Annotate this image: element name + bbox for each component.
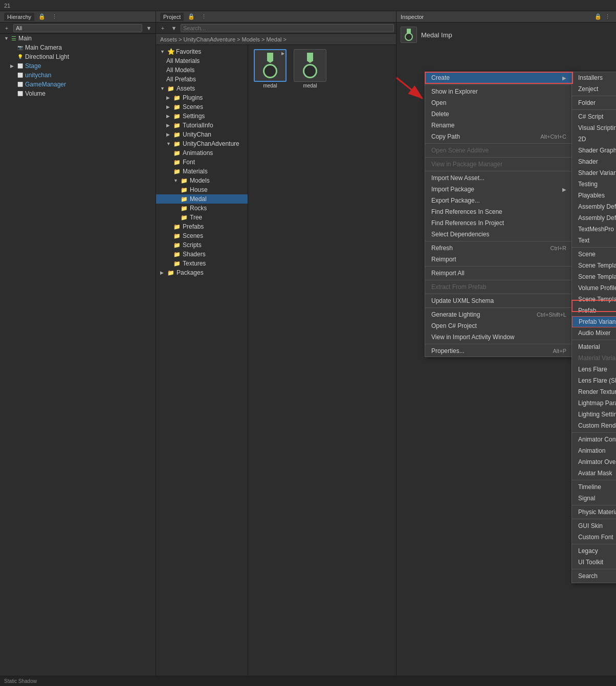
hierarchy-item-main[interactable]: ▼ ☰ Main (0, 34, 156, 43)
sub-item-shader[interactable]: Shader ▶ (572, 156, 616, 167)
hierarchy-tab[interactable]: Hierarchy (4, 13, 34, 21)
sub-sep-6 (572, 480, 616, 480)
ctx-item-open[interactable]: Open (425, 97, 573, 108)
sub-item-brush[interactable]: Brush (572, 582, 616, 583)
sub-item-prefab[interactable]: Prefab (572, 305, 616, 316)
hierarchy-item-maincamera[interactable]: 📷 Main Camera (0, 43, 156, 52)
hierarchy-item-volume[interactable]: ⬜ Volume (0, 89, 156, 98)
ctx-item-generatelighting[interactable]: Generate Lighting Ctrl+Shift+L (425, 309, 573, 320)
hierarchy-panel-header: Hierarchy 🔒 ⋮ (0, 11, 156, 23)
ctx-sep-2 (425, 143, 573, 144)
ctx-item-importpackage[interactable]: Import Package ▶ (425, 184, 573, 195)
ctx-item-properties[interactable]: Properties... Alt+P (425, 345, 573, 357)
ctx-item-delete[interactable]: Delete (425, 108, 573, 120)
main-area: Hierarchy 🔒 ⋮ + ▼ ▼ ☰ Main 📷 (0, 11, 616, 676)
sub-item-audiomixer[interactable]: Audio Mixer (572, 327, 616, 339)
sub-item-customfont[interactable]: Custom Font (572, 532, 616, 543)
sub-item-shadergraph[interactable]: Shader Graph ▶ (572, 145, 616, 156)
sub-item-volumeprofile[interactable]: Volume Profile (572, 282, 616, 294)
sub-item-playables[interactable]: Playables ▶ (572, 190, 616, 201)
sub-item-avatarmask[interactable]: Avatar Mask (572, 468, 616, 479)
hierarchy-search-input[interactable] (13, 24, 142, 32)
ctx-item-extractfromprefab: Extract From Prefab (425, 281, 573, 293)
hierarchy-menu-icon[interactable]: ⋮ (50, 12, 59, 21)
sub-item-uitoolkit[interactable]: UI Toolkit ▶ (572, 557, 616, 568)
hierarchy-item-directionallight[interactable]: 💡 Directional Light (0, 52, 156, 61)
ctx-item-findinscene[interactable]: Find References In Scene (425, 206, 573, 217)
sub-item-zenject[interactable]: Zenject ▶ (572, 83, 616, 95)
inspector-content: Medal Imp (397, 23, 616, 51)
sub-sep-9 (572, 544, 616, 544)
sub-item-scenetemplatepipeline[interactable]: Scene Template Pipeline (572, 294, 616, 305)
ctx-arrow-import: ▶ (562, 187, 566, 192)
ctx-item-importnew[interactable]: Import New Asset... (425, 172, 573, 184)
sub-item-rendertexture[interactable]: Render Texture (572, 386, 616, 397)
sub-item-animatorcontroller[interactable]: Animator Controller (572, 434, 616, 445)
sub-sep-10 (572, 569, 616, 569)
sub-item-lightmapparams[interactable]: Lightmap Parameters (572, 397, 616, 409)
sub-item-textmeshpro[interactable]: TextMeshPro ▶ (572, 224, 616, 235)
ctx-sep-7 (425, 280, 573, 280)
ctx-item-exportpackage[interactable]: Export Package... (425, 195, 573, 206)
sub-item-material[interactable]: Material (572, 341, 616, 352)
ctx-sep-1 (425, 84, 573, 85)
ctx-item-opensceneadditive: Open Scene Additive (425, 145, 573, 156)
sub-item-guiskin[interactable]: GUI Skin (572, 520, 616, 532)
ctx-item-rename[interactable]: Rename (425, 120, 573, 131)
sub-item-scene[interactable]: Scene (572, 249, 616, 260)
hierarchy-panel: Hierarchy 🔒 ⋮ + ▼ ▼ ☰ Main 📷 (0, 11, 156, 676)
sub-item-assemblydefinition[interactable]: Assembly Definition (572, 201, 616, 212)
inspector-asset-name: Medal Imp (421, 31, 452, 39)
sub-sep-2 (572, 109, 616, 110)
sub-item-lensflaresrp[interactable]: Lens Flare (SRP) (572, 375, 616, 386)
ctx-item-updateuxml[interactable]: Update UXML Schema (425, 295, 573, 306)
sub-item-text[interactable]: Text ▶ (572, 235, 616, 246)
project-panel: Project 🔒 ⋮ + ▼ Assets > UnityChanAdvent… (156, 11, 397, 676)
create-submenu[interactable]: Installers ▶ Zenject ▶ Folder C# Script (571, 72, 616, 583)
sub-item-lightingsettings[interactable]: Lighting Settings (572, 409, 616, 420)
top-bar: 21 (0, 0, 616, 11)
hierarchy-lock-icon[interactable]: 🔒 (37, 12, 47, 21)
context-menu[interactable]: Create ▶ Show in Explorer Open Delete Re… (425, 72, 573, 357)
sub-item-physicmaterial[interactable]: Physic Material (572, 506, 616, 518)
sub-item-csharpscript[interactable]: C# Script (572, 111, 616, 122)
ctx-item-findinproject[interactable]: Find References In Project (425, 217, 573, 229)
context-menu-overlay: Create ▶ Show in Explorer Open Delete Re… (156, 11, 396, 676)
sub-item-search[interactable]: Search ▶ (572, 570, 616, 582)
sub-item-shadervariant[interactable]: Shader Variant Collection (572, 167, 616, 179)
ctx-item-opencsharp[interactable]: Open C# Project (425, 320, 573, 331)
sub-item-lensflare[interactable]: Lens Flare (572, 364, 616, 375)
hierarchy-item-gamemanager[interactable]: ⬜ GameManager (0, 80, 156, 89)
sub-item-visualscripting[interactable]: Visual Scripting ▶ (572, 122, 616, 134)
inspector-asset-icon (401, 27, 417, 43)
inspector-lock-icon[interactable]: 🔒 (593, 12, 603, 21)
ctx-item-reimportall[interactable]: Reimport All (425, 268, 573, 279)
sub-item-timeline[interactable]: Timeline (572, 481, 616, 493)
sub-item-signal[interactable]: Signal (572, 493, 616, 504)
inspector-asset-header: Medal Imp (401, 27, 612, 43)
sub-item-scenetemplate[interactable]: Scene Template (572, 260, 616, 271)
sub-item-animation[interactable]: Animation (572, 445, 616, 456)
ctx-item-refresh[interactable]: Refresh Ctrl+R (425, 242, 573, 254)
ctx-item-reimport[interactable]: Reimport (425, 254, 573, 265)
sub-item-installers[interactable]: Installers ▶ (572, 72, 616, 83)
sub-item-testing[interactable]: Testing ▶ (572, 179, 616, 190)
sub-item-animatoroverride[interactable]: Animator Override Controller (572, 456, 616, 468)
sub-item-scenetemplatefromscene[interactable]: Scene Template From Scene (572, 271, 616, 282)
hierarchy-settings-icon[interactable]: ▼ (144, 24, 153, 33)
ctx-item-copypath[interactable]: Copy Path Alt+Ctrl+C (425, 131, 573, 142)
sub-item-assemblydefref[interactable]: Assembly Definition Reference (572, 212, 616, 224)
sub-item-2d[interactable]: 2D ▶ (572, 134, 616, 145)
hierarchy-item-unitychan[interactable]: ⬜ unitychan (0, 71, 156, 80)
inspector-menu-icon[interactable]: ⋮ (603, 12, 612, 21)
sub-item-prefabvariant[interactable]: Prefab Variant (572, 316, 616, 327)
ctx-item-viewimportactivity[interactable]: View in Import Activity Window (425, 331, 573, 343)
sub-item-folder[interactable]: Folder (572, 97, 616, 108)
ctx-item-create[interactable]: Create ▶ (425, 72, 573, 83)
add-button[interactable]: + (2, 24, 11, 33)
ctx-item-showinexplorer[interactable]: Show in Explorer (425, 86, 573, 97)
sub-item-legacy[interactable]: Legacy ▶ (572, 545, 616, 557)
sub-item-customrendertexture[interactable]: Custom Render Texture (572, 420, 616, 431)
ctx-item-selectdependencies[interactable]: Select Dependencies (425, 229, 573, 240)
hierarchy-item-stage[interactable]: ▶ ⬜ Stage (0, 61, 156, 71)
